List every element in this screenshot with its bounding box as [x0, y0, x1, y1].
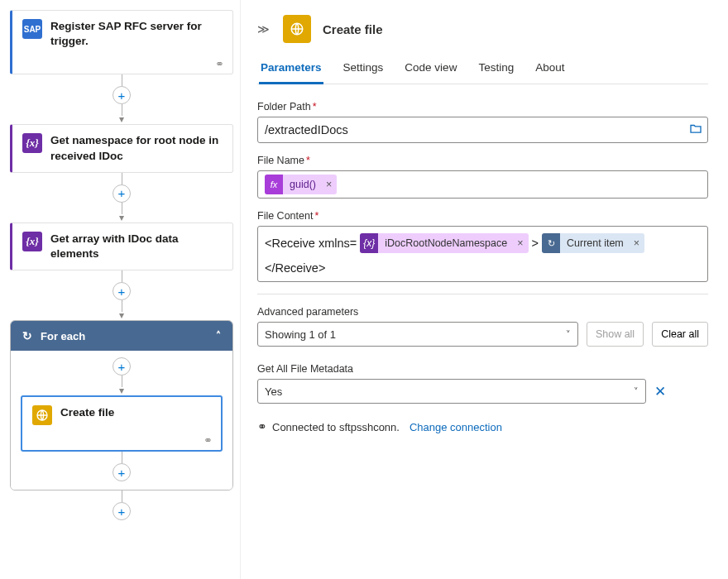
connector: + ▾	[10, 173, 233, 223]
folder-browse-icon[interactable]	[689, 122, 702, 138]
change-connection-link[interactable]: Change connection	[410, 421, 502, 433]
foreach-title: For each	[41, 330, 85, 342]
variable-chip-namespace[interactable]: {x} iDocRootNodeNamespace ×	[360, 233, 528, 253]
tab-about[interactable]: About	[534, 55, 566, 84]
foreach-body: + ▾ Create file ⚭ +	[11, 351, 232, 490]
fx-icon: fx	[265, 175, 283, 194]
add-step-button[interactable]: +	[113, 86, 131, 104]
tab-testing[interactable]: Testing	[477, 55, 515, 84]
connector: + ▾	[10, 74, 233, 124]
variable-icon: {x}	[22, 232, 42, 251]
xml-text: </Receive>	[265, 261, 325, 275]
folder-path-input[interactable]: /extractedIDocs	[257, 117, 708, 143]
advanced-params-label: Advanced parameters	[257, 306, 708, 318]
expression-chip-guid[interactable]: fx guid() ×	[265, 175, 337, 194]
connector: +	[21, 452, 223, 481]
panel-title: Create file	[323, 22, 383, 36]
remove-chip-icon[interactable]: ×	[512, 237, 528, 249]
node-title: Get array with IDoc data elements	[50, 232, 223, 261]
tab-parameters[interactable]: Parameters	[259, 55, 323, 84]
connector: + ▾	[10, 270, 233, 320]
xml-text: >	[532, 237, 539, 250]
show-all-button[interactable]: Show all	[587, 322, 644, 347]
tabs: Parameters Settings Code view Testing Ab…	[257, 55, 708, 84]
connection-text: Connected to sftpsshconn.	[272, 421, 400, 433]
foreach-header[interactable]: ↻ For each ˄	[11, 321, 232, 351]
collapse-panel-icon[interactable]: ≫	[257, 22, 270, 36]
node-create-file[interactable]: Create file ⚭	[21, 395, 223, 452]
file-name-input[interactable]: fx guid() ×	[257, 170, 708, 199]
node-get-array[interactable]: {x} Get array with IDoc data elements	[10, 223, 233, 270]
link-icon: ⚭	[215, 58, 224, 70]
file-icon	[283, 15, 311, 43]
file-icon	[32, 405, 52, 425]
arrow-down-icon: ▾	[119, 213, 124, 223]
chevron-down-icon: ˅	[634, 386, 639, 397]
arrow-down-icon: ▾	[119, 114, 124, 124]
get-metadata-select[interactable]: Yes ˅	[257, 379, 646, 404]
folder-path-value: /extractedIDocs	[265, 123, 348, 136]
file-name-label: File Name*	[257, 155, 708, 166]
chevron-down-icon: ˅	[566, 329, 571, 340]
connection-row: ⚭ Connected to sftpsshconn. Change conne…	[257, 420, 708, 433]
arrow-down-icon: ▾	[119, 385, 124, 395]
add-step-button[interactable]: +	[113, 463, 131, 481]
clear-all-button[interactable]: Clear all	[652, 322, 708, 347]
chevron-up-icon: ˄	[216, 330, 221, 342]
file-content-input[interactable]: <Receive xmlns= {x} iDocRootNodeNamespac…	[257, 226, 708, 282]
clear-field-icon[interactable]: ✕	[654, 383, 666, 400]
link-icon: ⚭	[257, 420, 267, 433]
loop-icon: ↻	[542, 233, 560, 253]
xml-text: <Receive xmlns=	[265, 237, 357, 250]
sap-icon: SAP	[22, 19, 42, 39]
node-register-sap[interactable]: SAP Register SAP RFC server for trigger.…	[10, 10, 233, 74]
node-get-namespace[interactable]: {x} Get namespace for root node in recei…	[10, 124, 233, 172]
variable-icon: {x}	[22, 133, 42, 153]
loop-chip-current-item[interactable]: ↻ Current item ×	[542, 233, 644, 253]
advanced-params-select[interactable]: Showing 1 of 1 ˅	[257, 322, 578, 347]
get-metadata-label: Get All File Metadata	[257, 363, 708, 375]
details-panel: ≫ Create file Parameters Settings Code v…	[240, 0, 728, 579]
remove-chip-icon[interactable]: ×	[629, 237, 644, 249]
add-step-button[interactable]: +	[113, 282, 131, 300]
tab-settings[interactable]: Settings	[342, 55, 386, 84]
add-step-button[interactable]: +	[113, 502, 131, 520]
link-icon: ⚭	[204, 434, 213, 447]
file-content-label: File Content*	[257, 210, 708, 222]
node-title: Get namespace for root node in received …	[50, 133, 223, 163]
loop-icon: ↻	[22, 329, 32, 342]
tab-code-view[interactable]: Code view	[403, 55, 458, 84]
remove-chip-icon[interactable]: ×	[321, 179, 337, 190]
divider	[257, 294, 708, 294]
variable-icon: {x}	[360, 233, 378, 253]
foreach-container[interactable]: ↻ For each ˄ + ▾ Create file ⚭	[10, 320, 233, 490]
connector: +	[10, 490, 233, 520]
add-step-button[interactable]: +	[113, 184, 131, 203]
node-title: Create file	[60, 405, 114, 420]
connector: + ▾	[21, 357, 223, 395]
add-step-button[interactable]: +	[113, 357, 131, 376]
folder-path-label: Folder Path*	[257, 101, 708, 112]
arrow-down-icon: ▾	[119, 310, 124, 320]
workflow-canvas: SAP Register SAP RFC server for trigger.…	[0, 0, 240, 579]
node-title: Register SAP RFC server for trigger.	[50, 19, 223, 49]
